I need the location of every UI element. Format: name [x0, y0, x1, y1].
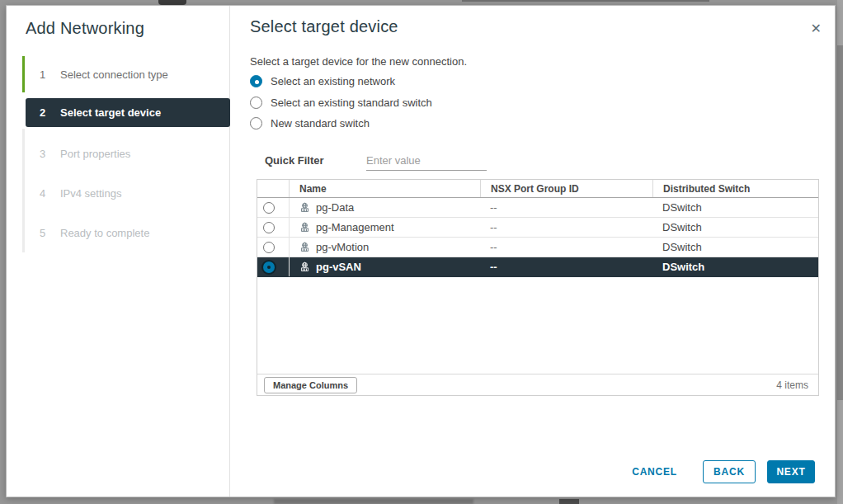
completed-step-indicator-bar: [22, 56, 25, 92]
target-device-option[interactable]: Select an existing network: [250, 75, 395, 87]
page-description: Select a target device for the new conne…: [250, 55, 467, 68]
dialog-actions: CANCEL BACK NEXT: [625, 460, 815, 483]
port-group-icon: [299, 222, 310, 233]
wizard-step[interactable]: 4 IPv4 settings: [26, 178, 229, 208]
option-label: Select an existing standard switch: [271, 97, 432, 109]
networks-table: Name NSX Port Group ID Distributed Switc…: [257, 179, 819, 396]
step-label: Ready to complete: [60, 227, 149, 239]
pending-steps-indicator-bar: [22, 129, 25, 252]
row-name: pg-Data: [316, 201, 354, 214]
backdrop-text-fragment: [559, 499, 579, 504]
table-row[interactable]: pg-Data -- DSwitch: [257, 198, 818, 218]
back-button[interactable]: BACK: [703, 460, 756, 483]
column-header-name[interactable]: Name: [289, 180, 480, 197]
page-title: Select target device: [250, 17, 398, 36]
table-row[interactable]: pg-vMotion -- DSwitch: [257, 238, 818, 257]
port-group-icon: [299, 261, 310, 272]
wizard-step[interactable]: 3 Port properties: [26, 139, 229, 168]
backdrop-text-fragment: [274, 499, 473, 504]
step-content-panel: Select target device ✕ Select a target d…: [230, 6, 835, 497]
items-count: 4 items: [776, 379, 808, 391]
row-distributed-switch: DSwitch: [652, 261, 818, 273]
close-icon[interactable]: ✕: [811, 22, 822, 35]
target-device-option[interactable]: New standard switch: [250, 117, 370, 130]
table-empty-space: [257, 277, 818, 374]
wizard-step[interactable]: 5 Ready to complete: [26, 218, 229, 247]
column-header-distributed-switch[interactable]: Distributed Switch: [652, 180, 818, 197]
table-row[interactable]: pg-vSAN -- DSwitch: [257, 257, 818, 277]
step-label: Port properties: [60, 148, 130, 160]
row-radio-button[interactable]: [263, 261, 275, 273]
port-group-icon: [299, 202, 310, 213]
table-header-row: Name NSX Port Group ID Distributed Switc…: [257, 180, 818, 198]
add-networking-dialog: Add Networking 1 Select connection type …: [6, 5, 836, 497]
row-name: pg-Management: [316, 221, 394, 233]
radio-button[interactable]: [250, 75, 262, 87]
wizard-step[interactable]: 1 Select connection type: [26, 59, 229, 89]
step-number: 4: [39, 187, 46, 200]
row-name: pg-vMotion: [316, 241, 369, 253]
row-nsx-port-group-id: --: [480, 201, 652, 214]
page-scrollbar-thumb[interactable]: [837, 45, 843, 400]
backdrop-line-fragment: [462, 0, 709, 2]
port-group-icon: [299, 242, 310, 252]
row-radio-button[interactable]: [263, 202, 275, 214]
row-distributed-switch: DSwitch: [652, 201, 818, 214]
row-nsx-port-group-id: --: [480, 241, 652, 253]
column-header-nsx-port-group-id[interactable]: NSX Port Group ID: [480, 180, 652, 197]
table-row[interactable]: pg-Management -- DSwitch: [257, 218, 818, 238]
option-label: Select an existing network: [271, 75, 395, 87]
step-number: 3: [39, 148, 46, 160]
step-label: Select target device: [60, 106, 161, 119]
option-label: New standard switch: [271, 117, 370, 130]
row-radio-button[interactable]: [263, 222, 275, 233]
step-label: Select connection type: [60, 68, 168, 81]
target-device-option[interactable]: Select an existing standard switch: [250, 97, 432, 109]
manage-columns-button[interactable]: Manage Columns: [264, 377, 357, 393]
step-label: IPv4 settings: [60, 187, 121, 200]
step-number: 1: [39, 68, 46, 81]
page-scrollbar-track[interactable]: [837, 0, 843, 504]
row-distributed-switch: DSwitch: [652, 221, 818, 233]
row-nsx-port-group-id: --: [480, 261, 652, 273]
wizard-step[interactable]: 2 Select target device: [26, 98, 230, 127]
next-button[interactable]: NEXT: [767, 460, 815, 483]
step-number: 5: [39, 227, 46, 239]
row-radio-button[interactable]: [263, 242, 275, 253]
wizard-title: Add Networking: [26, 19, 144, 38]
row-nsx-port-group-id: --: [480, 221, 652, 233]
wizard-steps-sidebar: Add Networking 1 Select connection type …: [7, 6, 230, 497]
radio-button[interactable]: [250, 117, 262, 130]
cancel-button[interactable]: CANCEL: [625, 460, 684, 483]
step-number: 2: [39, 106, 46, 119]
quick-filter-label: Quick Filter: [265, 154, 324, 167]
row-name: pg-vSAN: [316, 261, 361, 273]
table-footer: Manage Columns 4 items: [257, 374, 818, 395]
quick-filter-input[interactable]: [366, 151, 487, 171]
radio-button[interactable]: [250, 97, 262, 109]
row-distributed-switch: DSwitch: [652, 241, 818, 253]
